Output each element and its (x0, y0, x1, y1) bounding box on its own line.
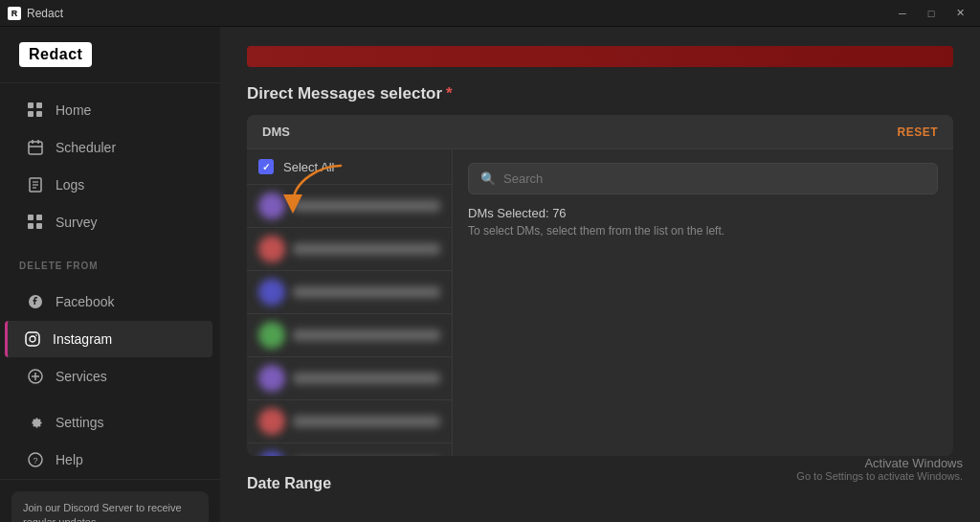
dms-card-header: DMS RESET (247, 115, 953, 149)
dm-list-panel: Select All (247, 149, 453, 456)
dm-item[interactable] (247, 185, 452, 228)
dms-card: DMS RESET Select All (247, 115, 953, 456)
facebook-icon (27, 293, 44, 310)
sidebar-item-settings[interactable]: Settings (8, 404, 212, 441)
sidebar-item-logs[interactable]: Logs (8, 167, 212, 203)
svg-point-18 (35, 334, 37, 336)
sidebar-item-home-label: Home (56, 102, 91, 118)
sidebar-item-instagram[interactable]: Instagram (5, 321, 212, 357)
dm-name (293, 329, 440, 341)
dm-avatar (258, 193, 285, 219)
minimize-button[interactable]: ─ (890, 5, 915, 22)
svg-rect-0 (28, 102, 33, 108)
required-star: * (446, 84, 453, 103)
svg-rect-16 (26, 332, 39, 346)
titlebar: R Redact ─ □ ✕ (0, 0, 980, 27)
sidebar-item-survey-label: Survey (56, 215, 98, 230)
dm-item[interactable] (247, 271, 452, 314)
calendar-icon (27, 139, 44, 156)
dm-name (293, 373, 440, 384)
select-all-label: Select All (283, 160, 334, 174)
logo: Redact (19, 42, 92, 67)
dm-avatar (258, 279, 285, 306)
sidebar-item-facebook[interactable]: Facebook (8, 284, 212, 320)
svg-rect-4 (29, 142, 42, 154)
app-icon: R (8, 7, 21, 20)
dm-avatar (258, 365, 285, 392)
section-title-text: Direct Messages selector (247, 84, 442, 103)
reset-button[interactable]: RESET (897, 125, 938, 139)
dm-avatar (258, 408, 285, 435)
close-button[interactable]: ✕ (947, 5, 972, 22)
titlebar-controls: ─ □ ✕ (890, 5, 972, 22)
dm-info-panel: 🔍 DMs Selected: 76 To select DMs, select… (453, 149, 953, 456)
home-icon (27, 102, 44, 119)
section-title: Direct Messages selector * (247, 84, 953, 103)
svg-rect-12 (28, 215, 33, 220)
titlebar-left: R Redact (8, 7, 63, 20)
sidebar-item-home[interactable]: Home (8, 92, 212, 128)
svg-rect-13 (36, 215, 42, 220)
sidebar-item-scheduler-label: Scheduler (56, 140, 116, 155)
top-banner (247, 46, 953, 67)
select-all-row[interactable]: Select All (247, 149, 452, 185)
dm-item[interactable] (247, 357, 452, 400)
logo-area: Redact (0, 27, 220, 83)
delete-from-items: Facebook Instagram Services (0, 275, 220, 403)
sidebar-item-help-label: Help (56, 452, 83, 467)
dm-avatar (258, 322, 285, 349)
svg-rect-1 (36, 102, 42, 108)
dms-selected-text: DMs Selected: 76 (468, 206, 938, 220)
sidebar-item-help[interactable]: ? Help (8, 442, 212, 478)
maximize-button[interactable]: □ (919, 5, 944, 22)
svg-rect-3 (36, 111, 42, 117)
titlebar-title: Redact (27, 7, 63, 20)
date-range-title: Date Range (247, 475, 953, 492)
dm-name (293, 416, 440, 427)
search-icon: 🔍 (480, 171, 496, 186)
dm-avatar (258, 236, 285, 262)
discord-promo-text: Join our Discord Server to receive regul… (23, 502, 182, 522)
sidebar-item-survey[interactable]: Survey (8, 204, 212, 240)
select-all-checkbox[interactable] (258, 159, 274, 174)
sidebar: Redact Home Scheduler Logs (0, 27, 220, 522)
survey-icon (27, 214, 44, 231)
plus-icon (27, 368, 44, 385)
sidebar-item-services-label: Services (56, 369, 107, 384)
question-icon: ? (27, 451, 44, 468)
sidebar-item-facebook-label: Facebook (56, 294, 114, 309)
sidebar-item-settings-label: Settings (56, 415, 104, 430)
sidebar-footer: Join our Discord Server to receive regul… (0, 479, 220, 522)
svg-text:?: ? (33, 456, 37, 465)
dms-selected-info: DMs Selected: 76 To select DMs, select t… (468, 206, 938, 238)
search-input[interactable] (503, 171, 925, 186)
sidebar-item-services[interactable]: Services (8, 358, 212, 395)
dm-name (293, 286, 440, 298)
dm-item[interactable] (247, 443, 452, 456)
dm-name (293, 243, 440, 255)
dm-item[interactable] (247, 228, 452, 271)
sidebar-item-instagram-label: Instagram (53, 331, 112, 347)
dm-item[interactable] (247, 314, 452, 357)
dms-tab: DMS (262, 125, 290, 139)
app-body: Redact Home Scheduler Logs (0, 27, 980, 522)
nav-items: Home Scheduler Logs Survey (0, 83, 220, 249)
search-box: 🔍 (468, 163, 938, 194)
main-content: Direct Messages selector * DMS RESET (220, 27, 980, 522)
svg-rect-2 (28, 111, 33, 117)
svg-rect-15 (36, 223, 42, 229)
discord-promo[interactable]: Join our Discord Server to receive regul… (11, 491, 209, 522)
dm-item[interactable] (247, 400, 452, 443)
dms-card-body: Select All (247, 149, 953, 456)
dm-name (293, 200, 440, 212)
svg-point-17 (30, 336, 35, 342)
file-icon (27, 176, 44, 193)
dm-avatar (258, 451, 285, 456)
dms-helper-text: To select DMs, select them from the list… (468, 224, 938, 238)
sidebar-item-scheduler[interactable]: Scheduler (8, 129, 212, 166)
instagram-icon (24, 330, 41, 348)
gear-icon (27, 414, 44, 431)
svg-rect-14 (28, 223, 33, 229)
delete-from-label: DELETE FROM (0, 249, 220, 275)
sidebar-item-logs-label: Logs (56, 177, 84, 193)
